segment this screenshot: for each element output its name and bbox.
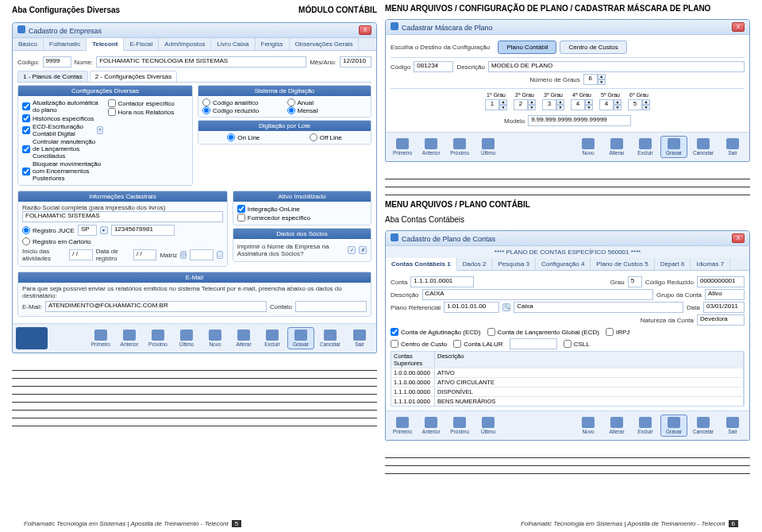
btn-alterar[interactable]: Alterar [230, 327, 257, 349]
field-natureza[interactable]: Devedora [697, 314, 745, 326]
btn-cancelar[interactable]: Cancelar [316, 327, 344, 349]
btn2-primeiro[interactable]: Primeiro [389, 136, 416, 158]
cb-aglut[interactable] [391, 328, 398, 336]
btn2-excluir[interactable]: Excluir [632, 136, 659, 158]
btn-primeiro[interactable]: Primeiro [87, 327, 114, 349]
stepper-grau3[interactable]: 3▲▼ [542, 99, 564, 110]
lookup-matriz-icon[interactable]: … [217, 251, 223, 259]
field-nome[interactable]: FOLHAMATIC TECNOLOGIA EM SISTEMAS [96, 56, 306, 67]
cb-cc[interactable] [391, 340, 398, 348]
cb-bloquear[interactable] [22, 168, 30, 175]
tab-livrocaixa[interactable]: Livro Caixa [211, 38, 255, 50]
btn-gravar[interactable]: Gravar [287, 327, 314, 349]
tab-basico[interactable]: Básico [13, 38, 44, 50]
btn2-gravar[interactable]: Gravar [660, 136, 687, 158]
cb-csll[interactable] [564, 340, 572, 348]
radio-regjuce[interactable] [22, 226, 30, 234]
btn2-proximo[interactable]: Próximo [446, 136, 473, 158]
field-inicio[interactable]: / / [69, 249, 92, 260]
field-matriz[interactable] [190, 249, 213, 260]
field-grupo[interactable]: Ativo [705, 289, 745, 300]
lookup-uf-icon[interactable]: ▾ [100, 226, 108, 234]
cb-historicos[interactable] [22, 114, 30, 122]
btn2-cancelar[interactable]: Cancelar [689, 136, 718, 158]
tab-telecont[interactable]: Telecont [87, 38, 124, 51]
radio-anual[interactable] [287, 98, 295, 106]
btn3-anterior[interactable]: Anterior [418, 414, 444, 437]
btn3-proximo[interactable]: Próximo [446, 414, 473, 437]
tab3-config[interactable]: Configuração 4 [536, 258, 591, 270]
tab3-dados[interactable]: Dados 2 [457, 258, 493, 270]
btn-excluir[interactable]: Excluir [259, 327, 286, 349]
tab-efiscal[interactable]: E-Fiscal [124, 38, 159, 50]
tab3-custos[interactable]: Plano de Custos 5 [591, 258, 654, 270]
close-icon[interactable]: X [359, 25, 371, 35]
btn2-anterior[interactable]: Anterior [418, 136, 444, 158]
cb-ecd[interactable] [22, 126, 30, 134]
btn3-primeiro[interactable]: Primeiro [389, 414, 416, 437]
cb-lalur[interactable] [453, 340, 461, 348]
field-contato[interactable] [295, 301, 367, 312]
btn-centro-custos[interactable]: Centro de Custos [560, 40, 626, 54]
cb-integra[interactable] [237, 205, 245, 213]
btn3-sair[interactable]: Sair [719, 414, 746, 437]
btn3-cancelar[interactable]: Cancelar [689, 414, 718, 437]
stepper-grau1[interactable]: 1▲▼ [485, 99, 507, 110]
subtab-planos[interactable]: 1 - Planos de Contas [17, 71, 88, 82]
tab3-depart[interactable]: Depart 6 [655, 258, 691, 270]
btn3-ultimo[interactable]: Último [475, 414, 502, 437]
matriz-icon[interactable]: ⓘ [180, 251, 187, 259]
tab3-idiomas[interactable]: Idiomas 7 [691, 258, 730, 270]
radio-analitico[interactable] [202, 98, 210, 106]
socios-sim-icon[interactable]: ✓ [348, 246, 356, 254]
cb-fornecedor[interactable] [237, 214, 245, 222]
btn2-ultimo[interactable]: Último [475, 136, 502, 158]
btn2-alterar[interactable]: Alterar [603, 136, 630, 158]
field-data[interactable]: 03/01/2011 [703, 302, 745, 313]
cb-irpj[interactable] [606, 328, 614, 336]
field-datareg[interactable]: / / [133, 249, 156, 260]
table-row[interactable]: 1.1.0.00.0000ATIVO CIRCULANTE [391, 377, 744, 387]
subtab-config[interactable]: 2 - Configurações Diversas [90, 71, 177, 82]
cb-controlar[interactable] [22, 145, 30, 153]
field-mesano[interactable]: 12/2010 [340, 56, 371, 67]
field-conta[interactable]: 1.1.1.01.0001 [410, 276, 474, 287]
btn-novo[interactable]: Novo [202, 327, 229, 349]
socios-nao-icon[interactable]: ✗ [359, 246, 367, 254]
cb-atualizacao[interactable] [22, 102, 30, 110]
tab-folhamatic[interactable]: Folhamatic [44, 38, 87, 50]
field-grau[interactable]: 5 [628, 276, 642, 287]
btn-anterior[interactable]: Anterior [116, 327, 143, 349]
radio-mensal[interactable] [287, 106, 295, 114]
btn3-alterar[interactable]: Alterar [603, 414, 630, 437]
field-lalur[interactable] [510, 338, 557, 349]
ecd-info-icon[interactable]: ? [97, 126, 102, 134]
radio-offline[interactable] [310, 133, 318, 141]
field-email[interactable]: ATENDIMENTO@FOLHAMATIC.COM.BR [45, 301, 267, 312]
btn2-sair[interactable]: Sair [719, 136, 746, 158]
btn3-gravar[interactable]: Gravar [660, 414, 687, 437]
field-planoref[interactable]: 1.01.01.01.00 [444, 302, 499, 313]
tab3-pesquisa[interactable]: Pesquisa 3 [492, 258, 536, 270]
tab-admimpostos[interactable]: Adm/Impostos [159, 38, 211, 50]
btn3-excluir[interactable]: Excluir [632, 414, 659, 437]
stepper-grau6[interactable]: 5▲▼ [628, 99, 650, 110]
tab-obs[interactable]: Observações Gerais [290, 38, 360, 50]
stepper-grau4[interactable]: 4▲▼ [571, 99, 593, 110]
close-icon-2[interactable]: X [732, 22, 745, 32]
radio-regcart[interactable] [22, 237, 30, 245]
btn-ultimo[interactable]: Último [173, 327, 200, 349]
field-codigo2[interactable]: 081234 [414, 61, 453, 72]
stepper-grau2[interactable]: 2▲▼ [514, 99, 536, 110]
cb-contador[interactable] [108, 99, 116, 107]
field-razao[interactable]: FOLHAMATIC SISTEMAS [22, 211, 223, 222]
table-row[interactable]: 1.0.0.00.0000ATIVO [391, 368, 744, 377]
field-desc3[interactable]: CAIXA [422, 289, 653, 300]
btn-proximo[interactable]: Próximo [144, 327, 171, 349]
tab-fengiss[interactable]: Fengiss [256, 38, 290, 50]
table-row[interactable]: 1.1.1.01.0000BENS NUMERÁRIOS [391, 396, 744, 406]
lookup-planoref-icon[interactable]: 🔍 [502, 303, 510, 311]
stepper-numgraus[interactable]: 6▲▼ [583, 74, 606, 85]
btn2-novo[interactable]: Novo [575, 136, 602, 158]
radio-reduzido[interactable] [202, 106, 210, 114]
